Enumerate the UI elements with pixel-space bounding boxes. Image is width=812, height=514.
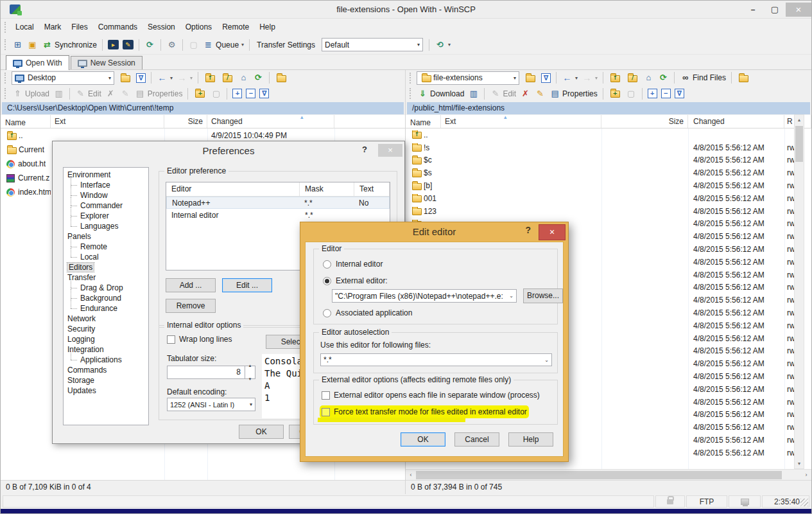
preferences-title-bar[interactable]: Preferences ? xyxy=(53,141,404,159)
close-button[interactable] xyxy=(786,3,811,17)
title-bar[interactable]: file-extensions - Open With - WinSCP xyxy=(1,1,811,19)
column-header-size[interactable]: Size xyxy=(164,115,207,128)
tree-item-applications[interactable]: Applications xyxy=(64,355,148,365)
add-filter-button[interactable]: + xyxy=(646,87,659,100)
remote-path-bar[interactable]: /public_html/file-extensions xyxy=(407,102,810,114)
new-file-button[interactable]: ▢ xyxy=(209,87,223,100)
tree-item-integration[interactable]: Integration xyxy=(64,344,148,355)
forward-button[interactable]: →▾ xyxy=(175,71,194,84)
radio-icon[interactable] xyxy=(323,309,331,317)
toolbar-grip[interactable] xyxy=(4,73,8,84)
menu-help[interactable]: Help xyxy=(254,20,281,34)
remote-dir-combo[interactable]: file-extensions▾ xyxy=(417,71,519,85)
tree-item-interface[interactable]: Interface xyxy=(64,180,148,190)
scroll-right-icon[interactable]: › xyxy=(801,472,811,478)
open-dir-button[interactable] xyxy=(522,73,539,84)
tree-item-security[interactable]: Security xyxy=(64,324,148,334)
external-editor-path-combo[interactable]: "C:\Program Files (x86)\Notepad++\notepa… xyxy=(332,289,517,303)
rename-button[interactable]: ✎ xyxy=(118,87,133,100)
tree-item-local[interactable]: Local xyxy=(64,252,148,262)
home-dir-button[interactable]: ⌂ xyxy=(641,71,656,84)
parent-dir-button[interactable] xyxy=(202,73,219,84)
upload-button[interactable]: ⇑Upload xyxy=(10,87,51,100)
home-dir-button[interactable]: ⌂ xyxy=(236,71,251,84)
compare-dirs-button[interactable]: ▣ xyxy=(25,39,40,51)
file-row[interactable]: .. xyxy=(406,128,811,141)
stepper-arrows-icon[interactable]: ▲▼ xyxy=(245,366,255,378)
force-text-mode-checkbox-row[interactable]: Force text transfer mode for files edite… xyxy=(322,407,527,416)
file-row[interactable]: 0014/8/2015 5:56:12 AMrw xyxy=(406,192,811,205)
console-commands-button[interactable]: ✎ xyxy=(121,39,135,51)
column-header-name[interactable]: Name xyxy=(406,115,441,128)
parent-dir-button[interactable] xyxy=(607,73,624,84)
help-icon[interactable]: ? xyxy=(362,145,367,154)
tree-item-network[interactable]: Network xyxy=(64,314,148,324)
tree-item-remote[interactable]: Remote xyxy=(64,242,148,252)
filter2-button[interactable]: ∇ xyxy=(257,87,271,100)
vertical-scrollbar[interactable]: ▴ ▾ xyxy=(794,114,804,469)
scroll-up-icon[interactable]: ▴ xyxy=(798,115,800,125)
rename-button[interactable]: ✎ xyxy=(533,87,548,100)
tree-item-storage[interactable]: Storage xyxy=(64,375,148,386)
download-button[interactable]: ⇓Download xyxy=(415,87,466,100)
separate-window-checkbox-row[interactable]: External editor opens each file in separ… xyxy=(322,391,540,400)
copy-doc-button[interactable]: ▥ xyxy=(51,87,66,100)
gear-button[interactable]: ⚙ xyxy=(164,39,179,51)
column-header-mask[interactable]: Mask xyxy=(300,182,354,196)
column-header-text[interactable]: Text xyxy=(354,182,390,196)
tab-size-stepper[interactable]: 8▲▼ xyxy=(167,366,255,379)
tree-item-environment[interactable]: Environment xyxy=(64,170,148,180)
forward-button[interactable]: →▾ xyxy=(580,71,600,84)
file-row[interactable]: [b]4/8/2015 5:56:12 AMrw xyxy=(406,179,811,192)
radio-selected-icon[interactable] xyxy=(323,277,331,285)
properties-button[interactable]: ▤Properties xyxy=(133,87,185,100)
edit-editor-cancel-button[interactable]: Cancel xyxy=(454,432,499,447)
root-dir-button[interactable] xyxy=(219,73,236,84)
editor-row[interactable]: Internal editor*.* xyxy=(166,209,390,221)
column-header-ext[interactable]: Ext xyxy=(51,115,164,128)
toolbar-grip[interactable] xyxy=(410,88,413,99)
edit-editor-button[interactable]: Edit ... xyxy=(222,278,272,292)
menu-files[interactable]: Files xyxy=(66,20,92,34)
file-row[interactable]: 1234/8/2015 5:56:12 AMrw xyxy=(406,205,811,218)
delete-button[interactable]: ✗ xyxy=(103,87,118,100)
internal-editor-radio-row[interactable]: Internal editor xyxy=(323,260,383,269)
tree-item-commander[interactable]: Commander xyxy=(64,200,148,211)
delete-button[interactable]: ✗ xyxy=(518,87,533,100)
tab-new-session[interactable]: New Session xyxy=(71,56,143,69)
file-row[interactable]: $c4/8/2015 5:56:12 AMrw xyxy=(406,154,811,167)
checkbox-icon[interactable] xyxy=(322,408,330,416)
queue-button[interactable]: ≣Queue▾ xyxy=(201,39,246,51)
encoding-combo[interactable]: 1252 (ANSI - Latin I)▾ xyxy=(167,398,255,411)
file-row[interactable]: !s4/8/2015 5:56:12 AMrw xyxy=(406,141,811,154)
tab-open-with[interactable]: Open With xyxy=(6,55,69,70)
menu-remote[interactable]: Remote xyxy=(217,20,254,34)
open-dir-button[interactable] xyxy=(117,73,134,84)
new-folder-button[interactable] xyxy=(607,88,624,99)
tree-item-logging[interactable]: Logging xyxy=(64,334,148,344)
find-files-button[interactable]: ∞Find Files xyxy=(678,71,728,84)
edit-button[interactable]: ✎Edit xyxy=(73,87,103,100)
tree-item-editors[interactable]: Editors xyxy=(64,262,148,272)
edit-editor-title-bar[interactable]: Edit editor ? xyxy=(300,222,568,240)
back-button[interactable]: ←▾ xyxy=(560,71,580,84)
preferences-ok-button[interactable]: OK xyxy=(239,425,284,439)
remove-filter-button[interactable]: − xyxy=(659,87,673,100)
associated-application-radio-row[interactable]: Associated application xyxy=(323,308,412,317)
horizontal-scrollbar[interactable]: ‹ › xyxy=(406,469,811,480)
tree-item-window[interactable]: Window xyxy=(64,190,148,200)
root-dir-button[interactable] xyxy=(624,73,641,84)
back-button[interactable]: ←▾ xyxy=(155,71,175,84)
tree-item-transfer[interactable]: Transfer xyxy=(64,272,148,283)
column-header-changed[interactable]: Changed xyxy=(207,115,334,128)
add-editor-button[interactable]: Add ... xyxy=(166,278,216,292)
tree-item-drag-drop[interactable]: Drag & Drop xyxy=(64,283,148,293)
console-button[interactable]: ▸ xyxy=(106,39,121,51)
refresh-button[interactable]: ⟳ xyxy=(656,71,671,84)
toolbar-grip[interactable] xyxy=(4,39,8,50)
tree-item-updates[interactable]: Updates xyxy=(64,386,148,396)
checkbox-icon[interactable] xyxy=(167,335,175,344)
protocol-segment[interactable]: FTP xyxy=(686,495,727,508)
edit-button[interactable]: ✎Edit xyxy=(488,87,518,100)
tree-item-commands[interactable]: Commands xyxy=(64,365,148,375)
